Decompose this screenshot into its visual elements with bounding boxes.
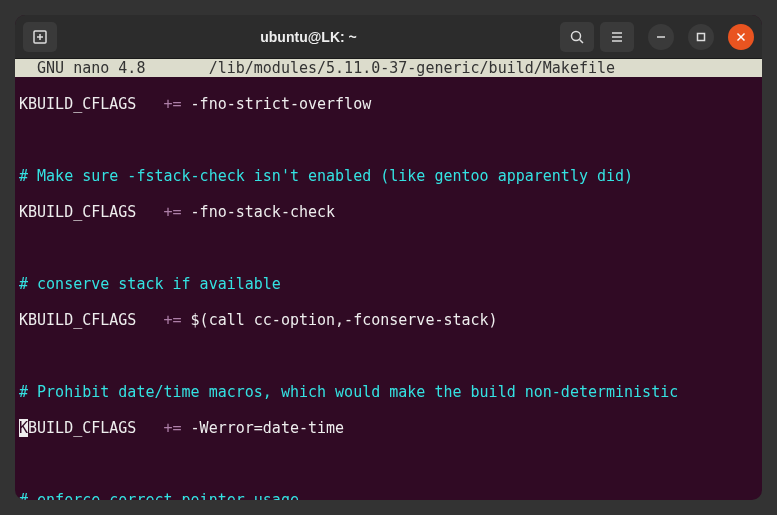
close-button[interactable] bbox=[728, 24, 754, 50]
titlebar: ubuntu@LK: ~ bbox=[15, 15, 762, 59]
new-tab-icon bbox=[32, 29, 48, 45]
terminal-window: ubuntu@LK: ~ GNU nano 4.8 /lib/modules/5… bbox=[15, 15, 762, 500]
close-icon bbox=[736, 32, 746, 42]
file-content: KBUILD_CFLAGS += -fno-strict-overflow # … bbox=[15, 77, 762, 500]
maximize-icon bbox=[696, 32, 706, 42]
window-title: ubuntu@LK: ~ bbox=[63, 29, 554, 45]
minimize-icon bbox=[656, 32, 666, 42]
svg-line-4 bbox=[580, 39, 584, 43]
new-tab-button[interactable] bbox=[23, 22, 57, 52]
search-button[interactable] bbox=[560, 22, 594, 52]
cursor: K bbox=[19, 419, 28, 437]
menu-button[interactable] bbox=[600, 22, 634, 52]
svg-point-3 bbox=[572, 31, 581, 40]
terminal-content[interactable]: GNU nano 4.8 /lib/modules/5.11.0-37-gene… bbox=[15, 59, 762, 500]
nano-header: GNU nano 4.8 /lib/modules/5.11.0-37-gene… bbox=[15, 59, 762, 77]
search-icon bbox=[569, 29, 585, 45]
svg-rect-9 bbox=[698, 33, 705, 40]
maximize-button[interactable] bbox=[688, 24, 714, 50]
hamburger-icon bbox=[609, 29, 625, 45]
minimize-button[interactable] bbox=[648, 24, 674, 50]
